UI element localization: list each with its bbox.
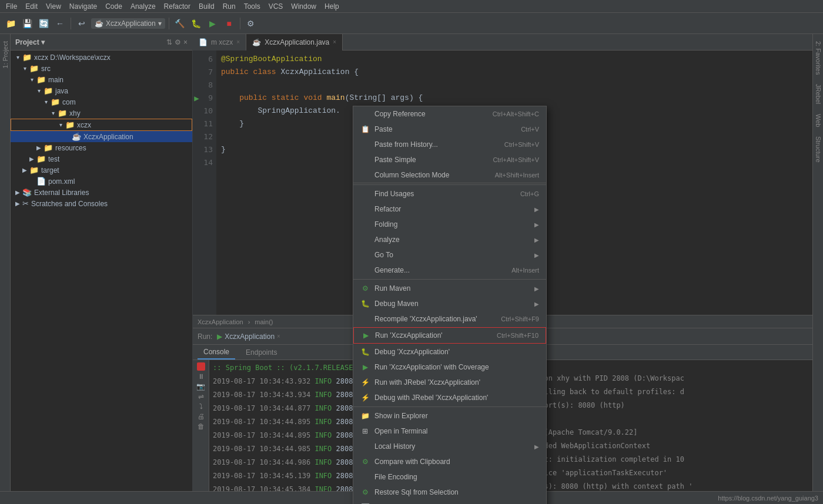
tree-item-com[interactable]: ▾ 📁 com	[11, 96, 192, 107]
toolbar: 📁 💾 🔄 ← ↩ ☕ XczxApplication ▾ 🔨 🐛 ▶ ■ ⚙	[0, 13, 823, 34]
toolbar-save[interactable]: 💾	[20, 16, 34, 31]
jrebel-label[interactable]: JRebel	[814, 79, 823, 109]
menu-help[interactable]: Help	[321, 1, 343, 12]
print-button[interactable]: 🖨	[198, 412, 205, 421]
scroll-button[interactable]: ⤵	[199, 402, 203, 411]
ctx-debug-maven[interactable]: 🐛 Debug Maven ▶	[353, 296, 546, 311]
menu-navigate[interactable]: Navigate	[66, 1, 101, 12]
pause-button[interactable]: ⏸	[198, 372, 205, 381]
web-label[interactable]: Web	[814, 109, 823, 132]
toolbar-debug[interactable]: 🐛	[189, 16, 203, 31]
toolbar-undo[interactable]: ↩	[75, 16, 89, 31]
panel-action-settings[interactable]: ⚙	[175, 38, 181, 46]
ctx-goto[interactable]: Go To ▶	[353, 247, 546, 263]
tab-xczx[interactable]: 📄 m xczx ×	[193, 34, 246, 51]
favorites-label[interactable]: 2: Favorites	[814, 36, 823, 79]
ctx-recompile[interactable]: Recompile 'XczxApplication.java' Ctrl+Sh…	[353, 311, 546, 327]
tree-item-xczx-folder[interactable]: ▾ 📁 xczx	[11, 119, 192, 131]
toolbar-open[interactable]: 📁	[4, 16, 18, 31]
tree-item-scratches[interactable]: ▶ ✂ Scratches and Consoles	[11, 198, 192, 209]
toolbar-settings[interactable]: ⚙	[244, 16, 258, 31]
ctx-local-history[interactable]: Local History ▶	[353, 439, 546, 454]
tab-console[interactable]: Console	[198, 345, 235, 359]
tree-item-resources[interactable]: ▶ 📁 resources	[11, 142, 192, 153]
ctx-paste-simple[interactable]: Paste Simple Ctrl+Alt+Shift+V	[353, 152, 546, 167]
ctx-paste[interactable]: 📋 Paste Ctrl+V	[353, 122, 546, 137]
paste-history-icon	[360, 140, 370, 149]
ctx-item-left: Refactor	[360, 204, 401, 214]
ctx-restore-sql[interactable]: ⚙ Restore Sql from Selection	[353, 485, 546, 500]
column-mode-icon	[360, 170, 370, 180]
tree-item-target[interactable]: ▶ 📁 target	[11, 164, 192, 176]
panel-action-layout[interactable]: ⇅	[166, 38, 172, 46]
toolbar-run[interactable]: ▶	[206, 16, 220, 31]
menu-tools[interactable]: Tools	[240, 1, 264, 12]
ctx-paste-history[interactable]: Paste from History... Ctrl+Shift+V	[353, 137, 546, 152]
tree-item-pom[interactable]: 📄 pom.xml	[11, 176, 192, 187]
tree-item-java[interactable]: ▾ 📁 java	[11, 85, 192, 96]
wrap-button[interactable]: ⇌	[198, 392, 204, 401]
menu-code[interactable]: Code	[102, 1, 126, 12]
structure-label[interactable]: Structure	[814, 132, 823, 167]
ctx-debug-jrebel[interactable]: ⚡ Debug with JRebel 'XczxApplication'	[353, 390, 546, 405]
tab-close[interactable]: ×	[236, 39, 240, 45]
menu-build[interactable]: Build	[195, 1, 218, 12]
clear-button[interactable]: 🗑	[198, 422, 205, 431]
ctx-open-terminal[interactable]: ⊞ Open in Terminal	[353, 424, 546, 439]
ctx-debug-app[interactable]: 🐛 Debug 'XczxApplication'	[353, 344, 546, 359]
ctx-folding[interactable]: Folding ▶	[353, 217, 546, 232]
tree-item-xczx-app[interactable]: ☕ XczxApplication	[11, 131, 192, 142]
tree-item-src[interactable]: ▾ 📁 src	[11, 63, 192, 74]
ctx-copy-reference[interactable]: Copy Reference Ctrl+Alt+Shift+C	[353, 106, 546, 122]
tree-label: xhy	[69, 109, 81, 117]
project-icon: ☕	[95, 19, 103, 28]
ctx-label: Analyze	[374, 236, 400, 244]
ctx-diagrams[interactable]: 📊 Diagrams ▶	[353, 500, 546, 504]
tab-endpoints[interactable]: Endpoints	[240, 346, 283, 359]
ctx-file-encoding[interactable]: File Encoding	[353, 469, 546, 485]
ctx-generate[interactable]: Generate... Alt+Insert	[353, 263, 546, 278]
project-tool-label[interactable]: 1: Project	[1, 36, 10, 73]
run-app-icon: ▶	[217, 332, 222, 341]
ctx-refactor[interactable]: Refactor ▶	[353, 201, 546, 217]
menu-run[interactable]: Run	[219, 1, 239, 12]
run-app-close[interactable]: ×	[277, 333, 280, 340]
tree-arrow: ▾	[56, 122, 65, 128]
ctx-show-explorer[interactable]: 📁 Show in Explorer	[353, 408, 546, 424]
tab-xczxapplication[interactable]: ☕ XczxApplication.java ×	[246, 34, 343, 51]
stop-button[interactable]	[197, 362, 205, 371]
panel-action-close[interactable]: ×	[183, 38, 188, 46]
tree-item-xczx-root[interactable]: ▾ 📁 xczx D:\Workspace\xczx	[11, 52, 192, 63]
tree-item-ext-libs[interactable]: ▶ 📚 External Libraries	[11, 187, 192, 198]
menu-window[interactable]: Window	[287, 1, 320, 12]
tree-item-main[interactable]: ▾ 📁 main	[11, 74, 192, 85]
ctx-run-coverage[interactable]: ▶ Run 'XczxApplication' with Coverage	[353, 359, 546, 375]
tree-arrow: ▶	[13, 189, 22, 196]
project-selector[interactable]: ☕ XczxApplication ▾	[91, 18, 165, 29]
ctx-item-left: Local History	[360, 442, 415, 451]
run-app-tab[interactable]: ▶ XczxApplication ×	[217, 332, 280, 341]
menu-analyze[interactable]: Analyze	[127, 1, 159, 12]
ctx-run-app[interactable]: ▶ Run 'XczxApplication' Ctrl+Shift+F10	[353, 327, 546, 344]
ctx-compare-clipboard[interactable]: ⚙ Compare with Clipboard	[353, 454, 546, 469]
toolbar-back[interactable]: ←	[53, 16, 67, 31]
ctx-run-maven[interactable]: ⚙ Run Maven ▶	[353, 281, 546, 296]
ctx-analyze[interactable]: Analyze ▶	[353, 232, 546, 247]
menu-edit[interactable]: Edit	[22, 1, 41, 12]
menu-vcs[interactable]: VCS	[265, 1, 287, 12]
tree-label: xczx D:\Workspace\xczx	[34, 53, 111, 62]
toolbar-stop[interactable]: ■	[222, 16, 236, 31]
menu-view[interactable]: View	[42, 1, 65, 12]
ctx-run-jrebel[interactable]: ⚡ Run with JRebel 'XczxApplication'	[353, 375, 546, 390]
ctx-column-mode[interactable]: Column Selection Mode Alt+Shift+Insert	[353, 167, 546, 183]
tree-item-xhy[interactable]: ▾ 📁 xhy	[11, 107, 192, 119]
ctx-label: Local History	[374, 442, 415, 451]
menu-file[interactable]: File	[2, 1, 21, 12]
ctx-find-usages[interactable]: Find Usages Ctrl+G	[353, 186, 546, 201]
tree-item-test[interactable]: ▶ 📁 test	[11, 153, 192, 164]
toolbar-build[interactable]: 🔨	[173, 16, 187, 31]
camera-button[interactable]: 📷	[196, 382, 205, 391]
toolbar-sync[interactable]: 🔄	[36, 16, 51, 31]
menu-refactor[interactable]: Refactor	[160, 1, 194, 12]
tab-close[interactable]: ×	[333, 39, 336, 45]
